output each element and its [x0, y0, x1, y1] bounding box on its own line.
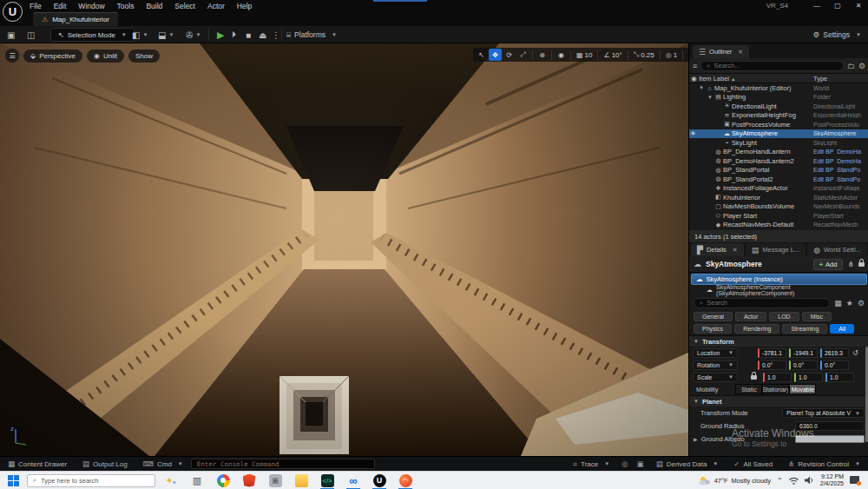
platforms-dropdown[interactable]: ⌸ Platforms ▼	[286, 28, 337, 42]
component-child-row[interactable]: ☁ SkyAtmosphereComponent (SkyAtmosphereC…	[689, 285, 868, 295]
actor-type[interactable]: PlayerStart	[813, 213, 868, 219]
rotation-snap-toggle[interactable]: ∠ 10°	[601, 49, 624, 61]
output-log-button[interactable]: ▤ Output Log	[75, 457, 135, 472]
outliner-row[interactable]: 👁 ▼ ◍ BP_StandPortal Edit BP_StandPo	[689, 166, 868, 175]
eject-button[interactable]: ⏏	[259, 29, 266, 41]
scale-y-field[interactable]: 1.0	[794, 373, 823, 382]
outliner-row[interactable]: 👁 ▼ ▢ NavMeshBoundsVolume NavMeshBounds	[689, 202, 868, 212]
actor-type[interactable]: SkyLight	[813, 140, 868, 146]
task-view-icon[interactable]: ▥	[187, 472, 207, 489]
favorites-icon[interactable]: ★	[846, 299, 853, 307]
viewport-menu-icon[interactable]: ☰	[5, 49, 19, 63]
type-column[interactable]: Type	[813, 75, 868, 83]
outliner-row[interactable]: 👁 ▼ ▣ PostProcessVolume PostProcessVolu	[689, 120, 868, 129]
trace-dropdown[interactable]: ⌗ Trace ▼	[565, 457, 617, 472]
actor-type[interactable]: InstancedFoliage	[813, 185, 868, 191]
outliner-row[interactable]: 👁 ▼ ▤ Lighting Folder	[689, 93, 868, 102]
menu-item[interactable]: Build	[146, 2, 162, 10]
actor-label[interactable]: PostProcessVolume	[732, 121, 813, 129]
world-coordinate-icon[interactable]: ⊕	[536, 49, 549, 61]
planet-section-header[interactable]: ▼ Planet	[689, 395, 868, 406]
menu-item[interactable]: Actor	[207, 2, 225, 10]
filter-chip[interactable]: LOD	[769, 312, 799, 321]
visibility-column-icon[interactable]: ◉	[689, 75, 699, 83]
console-command-input[interactable]: Enter Console Command	[191, 459, 375, 469]
rotate-tool-icon[interactable]: ⟳	[503, 49, 516, 61]
unreal-engine-taskbar-icon[interactable]: U	[369, 472, 390, 489]
start-button[interactable]	[8, 475, 19, 486]
actor-type[interactable]: Edit BP_DemoHa	[813, 149, 868, 155]
actor-type[interactable]: World	[813, 85, 868, 91]
menu-item[interactable]: Window	[78, 2, 104, 10]
scale-lock-icon[interactable]	[751, 375, 757, 380]
hidden-icons-chevron[interactable]: ⌃	[777, 477, 783, 485]
item-label-column[interactable]: Item Label ▲	[699, 75, 813, 83]
notification-icon[interactable]	[850, 476, 861, 486]
close-button[interactable]: ✕	[849, 0, 868, 11]
actor-label[interactable]: InstancedFoliageActor	[723, 184, 813, 192]
view-mode-dropdown[interactable]: ◉ Unlit	[87, 50, 124, 63]
selection-mode-dropdown[interactable]: ↖ Selection Mode ▼	[50, 28, 135, 42]
actor-type[interactable]: Edit BP_StandPo	[813, 167, 868, 173]
actor-label[interactable]: NavMeshBoundsVolume	[723, 202, 813, 210]
actor-label[interactable]: RecastNavMesh-Default	[723, 221, 813, 228]
taskbar-clock[interactable]: 9:12 PM 2/4/2025	[820, 473, 844, 487]
camera-speed-value[interactable]: 1	[674, 51, 677, 59]
actor-type[interactable]: StaticMeshActor	[813, 195, 868, 201]
copilot-sparkle-icon[interactable]: ✦✦	[161, 472, 181, 489]
settings-dropdown[interactable]: ⚙ Settings ▼	[813, 28, 861, 42]
surface-snapping-icon[interactable]: ◉	[555, 49, 568, 61]
taskbar-search-input[interactable]: ⌕ Type here to search	[27, 474, 155, 487]
outliner-row[interactable]: 👁 ▼ ◍ BP_StandPortal2 Edit BP_StandPo	[689, 175, 868, 184]
outliner-row[interactable]: 👁 ▼ ◇ Player Start PlayerStart	[689, 211, 868, 221]
ground-albedo-color-swatch[interactable]	[795, 435, 865, 443]
outliner-tab[interactable]: ☰ Outliner ✕	[693, 45, 749, 58]
rotation-dropdown[interactable]: Rotation ▼	[693, 360, 738, 370]
rotation-x-field[interactable]: 0.0°	[758, 360, 786, 370]
select-tool-icon[interactable]: ↖	[475, 49, 488, 61]
details-search-input[interactable]: ⌕ Search	[694, 298, 830, 308]
speaker-icon[interactable]	[805, 476, 814, 485]
details-settings-icon[interactable]: ⚙	[858, 299, 865, 307]
filter-chip[interactable]: Actor	[735, 312, 766, 321]
actor-type[interactable]: Edit BP_DemoHa	[813, 158, 868, 164]
menu-item[interactable]: Select	[174, 2, 195, 10]
actor-type[interactable]: NavMeshBounds	[813, 203, 868, 209]
network-icon[interactable]	[789, 477, 799, 485]
weather-widget[interactable]: 47°F Mostly cloudy	[699, 476, 771, 486]
meta-quest-icon[interactable]: ∞	[343, 472, 364, 489]
play-button[interactable]: ▶	[217, 29, 224, 41]
add-actor-icon[interactable]: ◧▼	[132, 29, 148, 41]
filter-chip[interactable]: Rendering	[734, 324, 779, 334]
code-editor-icon[interactable]: </>	[317, 472, 338, 489]
outliner-row[interactable]: 👁 ▼ ◍ BP_DemoHandLantern Edit BP_DemoHa	[689, 148, 868, 157]
eye-icon[interactable]: 👁	[689, 130, 697, 136]
stop-button[interactable]: ■	[246, 29, 251, 41]
expand-caret-icon[interactable]: ▼	[699, 85, 705, 90]
actor-label[interactable]: KhufuInterior	[723, 194, 813, 202]
rotation-y-field[interactable]: 0.0°	[789, 360, 818, 370]
tab-world-settings[interactable]: ◍ World Setti...	[807, 243, 867, 256]
show-dropdown[interactable]: Show	[128, 50, 160, 63]
maximize-button[interactable]: ▢	[828, 0, 847, 11]
cmd-dropdown[interactable]: ⌨ Cmd ▼	[135, 457, 191, 472]
content-drawer-button[interactable]: ▦ Content Drawer	[0, 457, 75, 472]
filter-chip[interactable]: All	[830, 324, 854, 334]
outliner-row[interactable]: 👁 ▼ ☁ SkyAtmosphere SkyAtmosphere	[689, 129, 868, 139]
menu-item[interactable]: Help	[237, 2, 252, 10]
perspective-dropdown[interactable]: ⬙ Perspective	[23, 50, 82, 63]
outliner-row[interactable]: 👁 ▼ ☀ DirectionalLight DirectionalLight	[689, 102, 868, 111]
actor-type[interactable]: SkyAtmosphere	[813, 130, 868, 136]
filter-chip[interactable]: Misc	[802, 312, 832, 321]
actor-type[interactable]: Edit BP_StandPo	[813, 176, 868, 182]
actor-label[interactable]: Player Start	[723, 212, 813, 220]
actor-label[interactable]: BP_DemoHandLantern2	[723, 157, 813, 165]
scale-tool-icon[interactable]: ⤢	[516, 49, 529, 61]
outliner-settings-icon[interactable]: ⚙	[858, 62, 865, 70]
outliner-row[interactable]: 👁 ▼ ◆ RecastNavMesh-Default RecastNavMes…	[689, 221, 868, 230]
remote-desktop-icon[interactable]: ▣	[265, 472, 286, 489]
filter-chip[interactable]: Physics	[694, 324, 732, 334]
file-explorer-icon[interactable]	[291, 472, 312, 489]
mobility-option[interactable]: Static	[735, 384, 762, 394]
outliner-row[interactable]: 👁 ▼ ◧ KhufuInterior StaticMeshActor	[689, 193, 868, 202]
